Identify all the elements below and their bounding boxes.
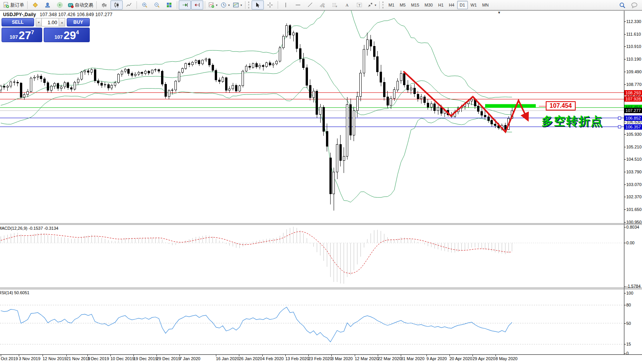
- price-axis-tick: 110.190: [626, 57, 641, 61]
- price-axis-highlight: 107.928: [624, 96, 642, 102]
- bar-chart-button[interactable]: [98, 0, 110, 10]
- chat-button[interactable]: [628, 0, 640, 10]
- new-order-button[interactable]: 新订单: [2, 0, 26, 10]
- channel-button[interactable]: E: [316, 0, 329, 10]
- autotrade-button[interactable]: 自动交易: [66, 0, 95, 10]
- autotrade-icon: [67, 2, 74, 8]
- line-chart-button[interactable]: [123, 0, 135, 10]
- buy-price-panel[interactable]: 107 29 4: [44, 28, 90, 42]
- sell-price-point: 7: [31, 30, 34, 35]
- price-callout-label[interactable]: 107.454: [546, 101, 576, 110]
- sell-button[interactable]: SELL: [2, 18, 34, 26]
- buy-button-label: BUY: [73, 20, 83, 25]
- signals-button[interactable]: [54, 0, 66, 10]
- new-order-label: 新订单: [10, 2, 24, 8]
- price-axis-highlight: 108.293: [624, 90, 642, 96]
- rsi-indicator-label: RSI(14) 50.6051: [0, 290, 30, 295]
- time-axis-label: 12 Mar 2020: [355, 356, 379, 361]
- macd-pane-canvas[interactable]: [0, 225, 624, 288]
- time-axis-label: 12 Nov 2019: [43, 356, 66, 361]
- svg-text:E: E: [323, 5, 325, 8]
- cursor-button[interactable]: [252, 0, 264, 10]
- search-button[interactable]: [616, 0, 628, 10]
- periods-button[interactable]: ▾: [219, 0, 231, 10]
- styles-icon: [32, 2, 38, 8]
- timeframe-button-m1[interactable]: M1: [386, 1, 397, 9]
- svg-text:T: T: [359, 3, 361, 7]
- chat-bubble-icon: [631, 2, 638, 8]
- text-button[interactable]: A: [341, 0, 353, 10]
- crosshair-icon: [267, 2, 273, 8]
- crosshair-button[interactable]: [264, 0, 276, 10]
- chevron-down-icon: ▾: [240, 3, 242, 7]
- line-chart-icon: [126, 2, 132, 8]
- time-axis-label: 4 Feb 2020: [262, 356, 284, 361]
- price-axis-tick: 102.370: [626, 194, 642, 199]
- zoom-in-icon: [142, 2, 148, 8]
- timeframe-button-m5[interactable]: M5: [397, 1, 408, 9]
- timeframe-button-mn[interactable]: MN: [479, 1, 491, 9]
- fibonacci-button[interactable]: F: [329, 0, 341, 10]
- auto-scroll-button[interactable]: [179, 0, 191, 10]
- timeframe-button-m15[interactable]: M15: [408, 1, 422, 9]
- volume-input[interactable]: [42, 18, 59, 26]
- chart-symbol-period: USDJPY-,Daily: [3, 12, 36, 17]
- vertical-line-button[interactable]: [280, 0, 292, 10]
- zoom-out-button[interactable]: [151, 0, 163, 10]
- price-axis-highlight: 107.277: [624, 108, 642, 113]
- time-axis-label: 20 Apr 2020: [449, 356, 472, 361]
- chart-dropdown-marker[interactable]: ▼: [497, 11, 501, 15]
- community-icon: [44, 2, 51, 8]
- timeframe-button-h1[interactable]: H1: [435, 1, 446, 9]
- price-chart-canvas[interactable]: [0, 11, 624, 223]
- search-icon: [619, 2, 626, 8]
- timeframe-button-m30[interactable]: M30: [422, 1, 435, 9]
- time-axis-label: 21 Nov 2019: [66, 356, 90, 361]
- separator: [137, 1, 137, 9]
- macd-axis-zero: 0.00: [626, 240, 634, 245]
- chart-shift-icon: [194, 2, 200, 8]
- new-order-icon: [3, 2, 9, 8]
- volume-decrease-button[interactable]: ▼: [36, 18, 42, 26]
- autotrade-label: 自动交易: [75, 2, 93, 8]
- time-axis-label: 1 Dec 2019: [87, 356, 109, 361]
- price-axis-tick: 100.950: [626, 220, 642, 224]
- turning-point-annotation[interactable]: 多空转折点: [542, 114, 603, 129]
- price-axis-tick: 103.790: [626, 170, 642, 174]
- time-axis-label: 3 Mar 2020: [331, 356, 353, 361]
- time-axis-label: 3 Nov 2019: [19, 356, 40, 361]
- arrows-button[interactable]: ▾: [365, 0, 378, 10]
- timeframe-button-w1[interactable]: W1: [468, 1, 480, 9]
- sell-price-panel[interactable]: 107 27 7: [2, 28, 42, 42]
- toolbar-grip[interactable]: [382, 2, 385, 8]
- timeframe-button-h4[interactable]: H4: [446, 1, 457, 9]
- time-axis-label: 10 Dec 2019: [110, 356, 134, 361]
- svg-text:F: F: [336, 5, 337, 8]
- zoom-in-button[interactable]: [138, 0, 151, 10]
- indicators-button[interactable]: ▾: [207, 0, 219, 10]
- tile-windows-button[interactable]: [163, 0, 175, 10]
- horizontal-line-button[interactable]: [292, 0, 304, 10]
- rsi-pane-canvas[interactable]: [0, 289, 624, 354]
- price-axis-tick: 104.510: [626, 157, 642, 161]
- trendline-button[interactable]: [304, 0, 316, 10]
- toolbar-grip[interactable]: [248, 2, 250, 8]
- zoom-out-icon: [154, 2, 160, 8]
- signals-icon: [57, 2, 63, 8]
- separator: [379, 1, 380, 9]
- volume-increase-button[interactable]: ▲: [59, 18, 65, 26]
- candlestick-chart-button[interactable]: [110, 0, 123, 10]
- community-button[interactable]: [41, 0, 54, 10]
- separator: [205, 1, 205, 9]
- text-label-button[interactable]: T: [353, 0, 365, 10]
- styles-button[interactable]: [29, 0, 41, 10]
- text-label-icon: T: [356, 2, 362, 8]
- time-axis-label: 9 Apr 2020: [426, 356, 447, 361]
- bar-chart-icon: [101, 2, 107, 8]
- chart-header: USDJPY-,Daily 107.348 107.426 106.849 10…: [3, 12, 112, 17]
- buy-price-point: 4: [76, 30, 79, 35]
- templates-button[interactable]: ▾: [231, 0, 244, 10]
- buy-button[interactable]: BUY: [67, 18, 90, 26]
- timeframe-button-d1[interactable]: D1: [457, 1, 468, 9]
- chart-shift-button[interactable]: [191, 0, 203, 10]
